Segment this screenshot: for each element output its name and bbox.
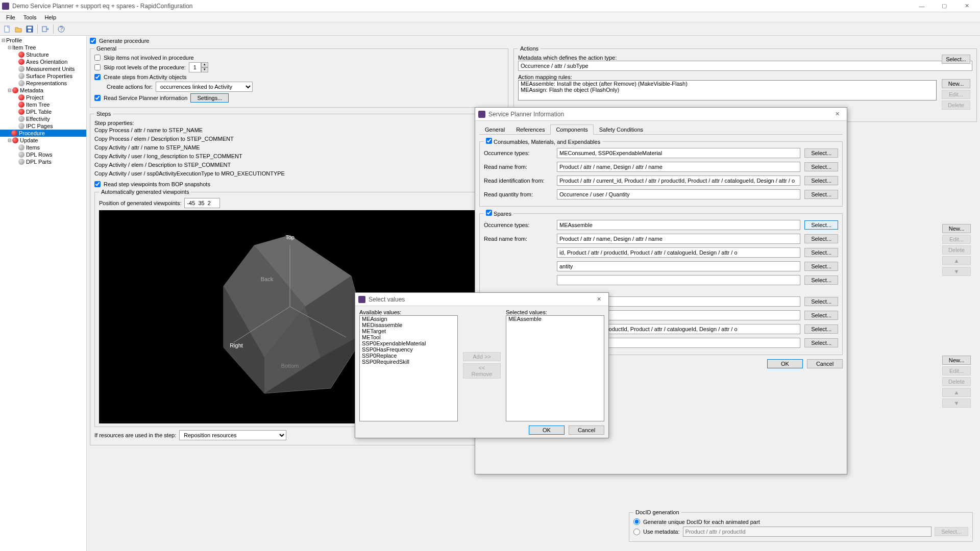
create-steps-checkbox[interactable] bbox=[94, 74, 101, 80]
spi-tab-safety[interactable]: Safety Conditions bbox=[594, 124, 649, 135]
tree-surface[interactable]: Surface Properties bbox=[0, 72, 86, 80]
docid-metadata-input[interactable] bbox=[683, 527, 932, 537]
spares-occ-input[interactable] bbox=[557, 220, 800, 230]
sv-close-button[interactable]: ✕ bbox=[592, 296, 605, 303]
actions-edit-button[interactable]: Edit... bbox=[942, 90, 970, 99]
cons-id-select[interactable]: Select... bbox=[804, 176, 838, 185]
sv-avail-0[interactable]: MEAssign bbox=[360, 316, 457, 322]
menu-file[interactable]: File bbox=[2, 13, 19, 21]
actions-delete-button[interactable]: Delete bbox=[942, 101, 970, 110]
resources-select[interactable]: Reposition resources bbox=[179, 430, 286, 440]
spi-tab-components[interactable]: Components bbox=[550, 124, 593, 135]
side-new-1[interactable]: New... bbox=[942, 224, 971, 233]
side-edit-1[interactable]: Edit... bbox=[942, 235, 971, 244]
tree-procedure[interactable]: Procedure bbox=[0, 130, 86, 137]
sv-sel-0[interactable]: MEAssemble bbox=[506, 316, 604, 322]
spares-extra1-select[interactable]: Select... bbox=[804, 297, 838, 306]
spi-spares-checkbox[interactable] bbox=[486, 210, 492, 216]
pos-viewpoints-input[interactable] bbox=[184, 198, 220, 208]
side-new-2[interactable]: New... bbox=[942, 356, 971, 365]
tree-dpl-rows[interactable]: DPL Rows bbox=[0, 151, 86, 158]
spi-tab-general[interactable]: General bbox=[479, 124, 510, 135]
open-file-icon[interactable] bbox=[13, 24, 23, 34]
skip-items-checkbox[interactable] bbox=[94, 55, 101, 61]
tree-items[interactable]: Items bbox=[0, 144, 86, 151]
sv-avail-4[interactable]: SSP0ExpendableMaterial bbox=[360, 340, 457, 346]
docid-metadata-radio[interactable] bbox=[633, 529, 640, 535]
spares-id-select[interactable]: Select... bbox=[804, 248, 838, 257]
skip-root-spinner[interactable]: ▲▼ bbox=[189, 62, 208, 72]
tree-item-tree-2[interactable]: Item Tree bbox=[0, 101, 86, 108]
spares-name-select[interactable]: Select... bbox=[804, 234, 838, 243]
sv-avail-7[interactable]: SSP0RequiredSkill bbox=[360, 359, 457, 365]
spares-name-input[interactable] bbox=[557, 234, 800, 244]
sv-avail-6[interactable]: SSP0Replace bbox=[360, 353, 457, 359]
tree-effectivity[interactable]: Effectivity bbox=[0, 115, 86, 122]
cons-name-input[interactable] bbox=[557, 162, 800, 172]
spares-id2-select[interactable]: Select... bbox=[804, 324, 838, 334]
actions-select-button[interactable]: Select... bbox=[942, 55, 970, 64]
create-actions-select[interactable]: occurrences linked to Activity bbox=[156, 82, 253, 92]
close-button[interactable]: ✕ bbox=[955, 1, 978, 12]
side-edit-2[interactable]: Edit... bbox=[942, 366, 971, 375]
read-spi-checkbox[interactable] bbox=[94, 95, 101, 101]
tree-reps[interactable]: Representations bbox=[0, 80, 86, 87]
tree-item-tree[interactable]: ⊟Item Tree bbox=[0, 44, 86, 51]
spares-id-input[interactable] bbox=[557, 247, 800, 258]
actions-meta-input[interactable] bbox=[518, 61, 972, 71]
tree-dpl-table[interactable]: DPL Table bbox=[0, 108, 86, 115]
maximize-button[interactable]: ▢ bbox=[933, 1, 955, 12]
sv-ok-button[interactable]: OK bbox=[529, 425, 565, 435]
spares-occ-select[interactable]: Select... bbox=[804, 220, 838, 230]
spares-blank-input[interactable] bbox=[557, 275, 800, 285]
cons-name-select[interactable]: Select... bbox=[804, 162, 838, 171]
sv-avail-list[interactable]: MEAssign MEDisassemble METarget METool S… bbox=[359, 315, 458, 421]
skip-root-checkbox[interactable] bbox=[94, 64, 101, 70]
tree-update[interactable]: ⊟Update bbox=[0, 137, 86, 144]
tree-profile[interactable]: ⊟Profile bbox=[0, 37, 86, 44]
spi-close-button[interactable]: ✕ bbox=[830, 111, 844, 117]
read-viewpoints-checkbox[interactable] bbox=[94, 181, 101, 187]
new-file-icon[interactable] bbox=[2, 24, 12, 34]
side-up-2[interactable]: ▲ bbox=[942, 388, 971, 397]
docid-select-button[interactable]: Select... bbox=[935, 527, 968, 536]
docid-unique-radio[interactable] bbox=[633, 518, 640, 525]
sv-cancel-button[interactable]: Cancel bbox=[569, 425, 604, 435]
side-down-1[interactable]: ▼ bbox=[942, 267, 971, 276]
spinner-up[interactable]: ▲ bbox=[201, 62, 208, 67]
sv-avail-1[interactable]: MEDisassemble bbox=[360, 322, 457, 328]
cons-occ-select[interactable]: Select... bbox=[804, 148, 838, 158]
actions-new-button[interactable]: New... bbox=[942, 79, 970, 88]
sv-avail-5[interactable]: SSP0HasFrequency bbox=[360, 346, 457, 353]
sv-avail-2[interactable]: METarget bbox=[360, 328, 457, 334]
side-up-1[interactable]: ▲ bbox=[942, 256, 971, 265]
spi-tab-references[interactable]: References bbox=[510, 124, 550, 135]
tree-structure[interactable]: Structure bbox=[0, 51, 86, 58]
sv-sel-list[interactable]: MEAssemble bbox=[506, 315, 604, 421]
cons-occ-input[interactable] bbox=[557, 148, 800, 158]
save-icon[interactable] bbox=[24, 24, 35, 34]
spares-qty2-select[interactable]: Select... bbox=[804, 338, 838, 347]
help-icon[interactable]: ? bbox=[56, 24, 66, 34]
cons-qty-input[interactable] bbox=[557, 189, 800, 199]
tree-ipc[interactable]: IPC Pages bbox=[0, 122, 86, 130]
sv-add-button[interactable]: Add >> bbox=[463, 352, 501, 361]
spinner-down[interactable]: ▼ bbox=[201, 67, 208, 72]
export-icon[interactable] bbox=[40, 24, 51, 34]
actions-rules-list[interactable]: MEAssemble: Install the object (after Re… bbox=[518, 80, 937, 101]
settings-button[interactable]: Settings... bbox=[190, 93, 229, 103]
spares-name2-select[interactable]: Select... bbox=[804, 311, 838, 320]
tree-dpl-parts[interactable]: DPL Parts bbox=[0, 158, 86, 165]
spi-ok-button[interactable]: OK bbox=[767, 359, 803, 368]
tree-project[interactable]: Project bbox=[0, 94, 86, 101]
side-delete-1[interactable]: Delete bbox=[942, 245, 971, 255]
spi-cancel-button[interactable]: Cancel bbox=[807, 359, 843, 368]
side-down-2[interactable]: ▼ bbox=[942, 398, 971, 408]
minimize-button[interactable]: — bbox=[911, 1, 933, 12]
sv-avail-3[interactable]: METool bbox=[360, 334, 457, 340]
menu-help[interactable]: Help bbox=[40, 13, 60, 21]
spares-blank-select[interactable]: Select... bbox=[804, 276, 838, 285]
generate-procedure-checkbox[interactable] bbox=[90, 38, 96, 44]
cons-id-input[interactable] bbox=[557, 176, 800, 186]
spares-qty-input[interactable] bbox=[557, 261, 800, 271]
